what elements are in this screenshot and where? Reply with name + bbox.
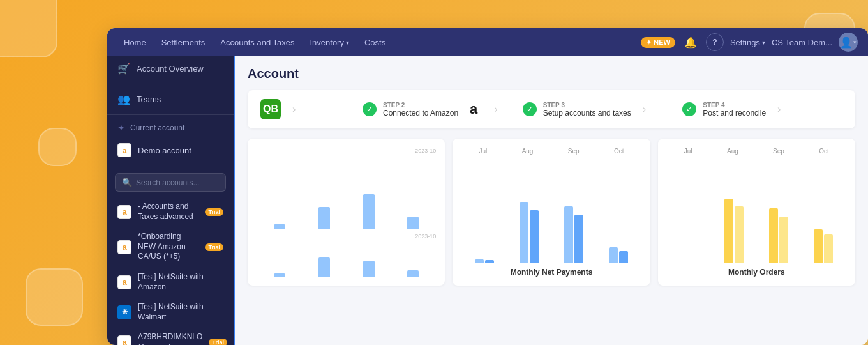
x-label-jul: Jul — [479, 148, 488, 155]
account-item-4[interactable]: a A79BHRDIMKNLO (Amazon) Trial — [107, 327, 234, 345]
grid-line-c2-1 — [461, 183, 641, 183]
bar-group-c2-oct — [598, 247, 639, 263]
bell-icon[interactable]: 🔔 — [682, 33, 700, 51]
x-label-oct-3: Oct — [819, 148, 829, 155]
trial-badge-1: Trial — [205, 243, 223, 251]
bar-group-c1b-1 — [259, 273, 300, 277]
bar-c2-aug-b — [530, 210, 539, 263]
bg-shape-bl — [26, 268, 83, 326]
chart-card-net-payments: Jul Aug Sep Oct — [453, 139, 650, 286]
chart-1-bars — [257, 159, 436, 229]
step-4-desc: Post and reconcile — [703, 109, 766, 118]
charts-row: 2023-10 — [248, 139, 855, 286]
account-item-0[interactable]: a - Accounts and Taxes advanced Trial — [107, 197, 234, 227]
chart-2-inner: Jul Aug Sep Oct — [461, 148, 641, 263]
nav-settlements[interactable]: Settlements — [155, 35, 212, 50]
sparkle-icon: ✦ — [117, 123, 125, 133]
bar-c3-aug-a — [724, 199, 733, 263]
bar-c2-jul-a — [475, 259, 484, 263]
chart-card-1: 2023-10 — [248, 139, 445, 286]
bg-shape-tl — [0, 0, 57, 57]
quickbooks-logo: QB — [260, 99, 281, 119]
sidebar: 🛒 Account Overview 👥 Teams ✦ Current acc… — [107, 56, 235, 345]
step-4-text: STEP 4 Post and reconcile — [703, 102, 766, 118]
chart-2-bars — [461, 157, 641, 263]
chart-1b-header: 2023-10 — [257, 233, 436, 242]
bar-c2-aug-a — [520, 202, 528, 263]
bar-group-c3-oct — [803, 229, 844, 263]
bar-group-c1b-2 — [304, 257, 345, 277]
step-4: ✓ STEP 4 Post and reconcile › — [682, 102, 842, 118]
avatar-button[interactable]: 👤 ▾ — [839, 33, 858, 52]
nav-costs[interactable]: Costs — [358, 35, 392, 50]
x-label-aug-3: Aug — [727, 148, 738, 155]
app-window: Home Settlements Accounts and Taxes Inve… — [107, 28, 868, 345]
nav-home[interactable]: Home — [117, 35, 153, 50]
grid-line-c3-3 — [667, 236, 846, 236]
amazon-icon-0: a — [117, 205, 131, 219]
chart-1b-bars — [257, 245, 436, 277]
bg-shape-mid — [38, 128, 77, 166]
step-3-desc: Setup accounts and taxes — [543, 109, 631, 118]
account-item-3[interactable]: ✳ [Test] NetSuite with Walmart — [107, 297, 234, 327]
chart-2-title: Monthly Net Payments — [461, 263, 641, 277]
chart-1-inner: 2023-10 — [257, 148, 436, 277]
step-1-arrow: › — [287, 103, 301, 115]
step-2-text: STEP 2 Connected to Amazon — [383, 102, 458, 118]
search-icon: 🔍 — [122, 178, 132, 187]
nav-links: Home Settlements Accounts and Taxes Inve… — [117, 35, 641, 50]
step-2-label: STEP 2 — [383, 102, 458, 109]
current-account-section: ✦ Current account — [107, 118, 234, 138]
grid-line-3 — [257, 201, 436, 201]
step-1: QB › — [260, 99, 363, 119]
grid-line-2 — [257, 187, 436, 187]
bar-group-c2-jul — [464, 259, 505, 263]
nav-right: ✦ NEW 🔔 ? Settings ▾ CS Team Dem... 👤 ▾ — [641, 33, 858, 52]
step-3-label: STEP 3 — [543, 102, 631, 109]
sidebar-demo-account[interactable]: a Demo account — [107, 138, 234, 162]
bar-c3-aug-b — [735, 206, 744, 263]
chart-3-bars — [667, 157, 846, 263]
x-label-sep-3: Sep — [773, 148, 784, 155]
bar-group-c1b-3 — [348, 261, 389, 277]
team-name: CS Team Dem... — [772, 38, 832, 47]
amazon-icon-4: a — [117, 335, 131, 345]
amazon-icon-1: a — [117, 240, 131, 254]
sidebar-item-account-overview[interactable]: 🛒 Account Overview — [107, 56, 234, 81]
chart-3-title: Monthly Orders — [667, 263, 846, 277]
chart-1b-date: 2023-10 — [415, 233, 436, 240]
trial-badge-4: Trial — [209, 339, 227, 345]
sidebar-item-teams[interactable]: 👥 Teams — [107, 87, 234, 112]
help-icon[interactable]: ? — [706, 33, 724, 51]
x-label-oct: Oct — [614, 148, 624, 155]
chart-3-x-labels: Jul Aug Sep Oct — [667, 148, 846, 155]
sidebar-divider-2 — [107, 114, 234, 115]
bar-c1-1a — [274, 224, 285, 229]
x-label-sep: Sep — [568, 148, 580, 155]
steps-bar: QB › ✓ STEP 2 Connected to Amazon a › ✓ — [248, 90, 855, 128]
bar-group-c1-4 — [393, 217, 433, 229]
avatar-chevron-icon: ▾ — [853, 39, 857, 45]
trial-badge-0: Trial — [205, 208, 223, 216]
top-nav: Home Settlements Accounts and Taxes Inve… — [107, 28, 868, 56]
settings-button[interactable]: Settings ▾ — [730, 38, 765, 47]
step-4-label: STEP 4 — [703, 102, 766, 109]
account-item-1[interactable]: a *Onboarding NEW Amazon CA/US (*+5) Tri… — [107, 227, 234, 267]
chart-card-orders: Jul Aug Sep Oct — [658, 139, 855, 286]
nav-inventory[interactable]: Inventory ▾ — [303, 35, 355, 50]
page-title: Account — [248, 66, 855, 81]
bar-c2-jul-b — [485, 260, 494, 263]
grid-line-c2-2 — [461, 210, 641, 210]
grid-line-c3-1 — [667, 183, 846, 183]
bar-group-c2-aug — [509, 202, 550, 263]
account-item-2[interactable]: a [Test] NetSuite with Amazon — [107, 267, 234, 297]
step-2-desc: Connected to Amazon — [383, 109, 458, 118]
new-badge[interactable]: ✦ NEW — [641, 37, 675, 48]
bar-c1-4a — [407, 217, 419, 229]
bar-group-c1-1 — [259, 224, 300, 229]
nav-accounts-taxes[interactable]: Accounts and Taxes — [214, 35, 301, 50]
bar-group-c1-3 — [348, 194, 389, 229]
bar-group-c1-2 — [304, 207, 345, 229]
search-accounts-input[interactable] — [136, 178, 219, 187]
x-label-aug: Aug — [522, 148, 534, 155]
